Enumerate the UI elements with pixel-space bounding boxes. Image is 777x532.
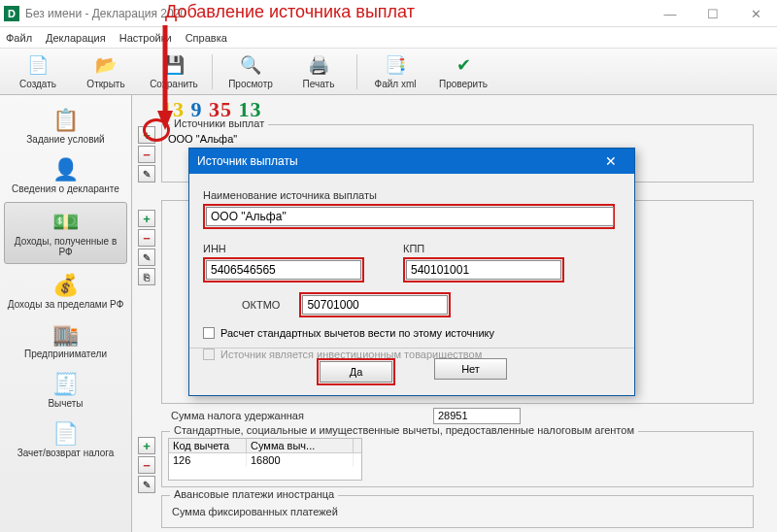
table-row[interactable]: 126 16800 [169,453,361,467]
print-icon: 🖨️ [307,53,330,77]
clipboard-icon: 📋 [51,107,82,134]
open-folder-icon: 📂 [94,53,118,77]
toolbar-check-label: Проверить [439,79,488,89]
name-label: Наименование источника выплаты [203,189,621,201]
inn-input[interactable] [206,260,361,280]
maximize-button[interactable]: ☐ [692,0,734,27]
cell-code: 126 [169,453,247,467]
menu-file[interactable]: Файл [6,32,32,44]
source-row[interactable]: ООО "Альфа" [168,133,237,145]
inn-label: ИНН [203,243,364,254]
xml-icon: 📑 [384,53,407,77]
add-source-button[interactable]: + [138,126,155,144]
kpp-label: КПП [403,243,564,254]
edit-income-button[interactable]: ✎ [138,249,155,266]
advance-label: Сумма фиксированных платежей [172,506,338,517]
annotation-title: Добавление источника выплат [165,2,415,22]
edit-source-button[interactable]: ✎ [138,165,155,183]
copy-income-button[interactable]: ⎘ [138,268,155,285]
sidebar-label: Задание условий [26,134,104,145]
sidebar-item-declarant[interactable]: 👤 Сведения о декларанте [0,150,131,200]
toolbar-preview-label: Просмотр [228,79,273,89]
return-icon: 📄 [51,420,82,448]
window-title: Без имени - Декларация 2020 [25,7,186,20]
shop-icon: 🏬 [51,321,82,349]
col-sum: Сумма выч... [247,439,354,452]
edit-deduction-button[interactable]: ✎ [138,476,155,493]
check-icon: ✔ [452,53,475,77]
dialog-close-button[interactable]: ✕ [595,151,626,171]
moneybag-icon: 💰 [51,272,82,299]
deductions-legend: Стандартные, социальные и имущественные … [170,424,638,436]
sidebar-item-offset[interactable]: 📄 Зачет/возврат налога [0,415,131,464]
toolbar-separator [212,54,213,89]
person-icon: 👤 [51,156,82,183]
checkbox-standard-deductions[interactable]: Расчет стандартных вычетов вести по этом… [203,327,621,339]
cell-sum: 16800 [247,453,354,467]
toolbar-xml-label: Файл xml [375,79,417,89]
menu-declaration[interactable]: Декларация [46,32,106,44]
sidebar: 📋 Задание условий 👤 Сведения о декларант… [0,95,132,532]
oktmo-input[interactable] [302,295,448,315]
source-dialog: Источник выплаты ✕ Наименование источник… [188,148,635,396]
toolbar-print[interactable]: 🖨️ Печать [288,51,349,91]
sources-legend: Источники выплат [170,117,268,129]
checkbox-label: Расчет стандартных вычетов вести по этом… [220,327,494,339]
money-icon: 💵 [51,209,82,236]
sidebar-label: Вычеты [48,398,83,409]
dialog-title-text: Источник выплаты [197,154,298,168]
deductions-fieldset: Стандартные, социальные и имущественные … [161,431,754,487]
menu-help[interactable]: Справка [186,32,227,44]
new-file-icon: 📄 [26,53,50,77]
toolbar-check[interactable]: ✔ Проверить [433,51,493,91]
delete-deduction-button[interactable]: − [138,456,155,474]
kpp-input[interactable] [406,260,561,280]
toolbar-xml[interactable]: 📑 Файл xml [365,51,425,91]
toolbar-open-label: Открыть [86,79,124,89]
menubar: Файл Декларация Настройки Справка [0,27,777,49]
save-icon: 💾 [162,53,186,77]
tax-withheld-value[interactable]: 28951 [433,408,521,424]
toolbar-separator [356,54,357,89]
toolbar-open[interactable]: 📂 Открыть [76,51,136,91]
name-input[interactable] [206,207,614,226]
deductions-table[interactable]: Код вычета Сумма выч... 126 16800 [168,438,362,481]
menu-settings[interactable]: Настройки [119,32,172,44]
oktmo-label: ОКТМО [242,299,280,311]
advance-fieldset: Авансовые платежи иностранца Сумма фикси… [161,495,754,528]
add-income-button[interactable]: + [138,210,155,227]
yes-button[interactable]: Да [320,361,392,382]
add-deduction-button[interactable]: + [138,437,155,454]
delete-income-button[interactable]: − [138,229,155,247]
toolbar-preview[interactable]: 🔍 Просмотр [220,51,281,91]
sidebar-label: Зачет/возврат налога [17,448,115,458]
dialog-titlebar[interactable]: Источник выплаты ✕ [189,149,634,174]
minimize-button[interactable]: — [649,0,692,27]
sidebar-label: Сведения о декларанте [12,183,119,194]
preview-icon: 🔍 [239,53,262,77]
advance-legend: Авансовые платежи иностранца [170,488,338,500]
sidebar-label: Доходы за пределами РФ [8,299,123,310]
checkbox-icon [203,327,215,339]
sidebar-item-income-rf[interactable]: 💵 Доходы, полученные в РФ [4,202,127,264]
no-button[interactable]: Нет [434,358,507,380]
toolbar-print-label: Печать [303,79,335,89]
toolbar-save[interactable]: 💾 Сохранить [144,51,204,91]
col-code: Код вычета [169,439,247,452]
toolbar: 📄 Создать 📂 Открыть 💾 Сохранить 🔍 Просмо… [0,49,777,95]
sidebar-label: Предприниматели [24,349,107,359]
sidebar-item-income-abroad[interactable]: 💰 Доходы за пределами РФ [0,266,131,316]
app-icon: D [4,6,19,21]
close-button[interactable]: ✕ [734,0,777,27]
sidebar-label: Доходы, полученные в РФ [9,236,122,257]
tax-withheld-label: Сумма налога удержанная [171,410,304,421]
sidebar-item-conditions[interactable]: 📋 Задание условий [0,101,131,150]
toolbar-save-label: Сохранить [150,79,198,89]
delete-source-button[interactable]: − [138,146,155,163]
sidebar-item-deductions[interactable]: 🧾 Вычеты [0,365,131,415]
toolbar-create[interactable]: 📄 Создать [8,51,68,91]
sidebar-item-entrepreneur[interactable]: 🏬 Предприниматели [0,316,131,365]
toolbar-create-label: Создать [19,79,56,89]
doc-icon: 🧾 [51,371,82,398]
